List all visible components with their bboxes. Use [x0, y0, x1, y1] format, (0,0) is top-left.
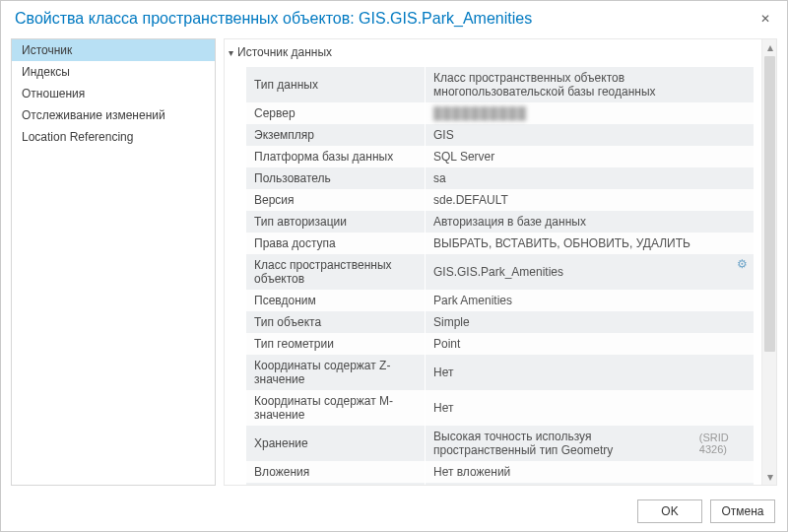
scroll-thumb[interactable]	[764, 56, 775, 352]
property-row: Платформа базы данныхSQL Server	[246, 146, 754, 167]
property-label: Экземпляр	[246, 124, 426, 146]
property-label: Координаты содержат Z-значение	[246, 355, 426, 390]
property-label: Платформа базы данных	[246, 146, 426, 167]
property-value: Нет вложений	[426, 461, 754, 483]
property-value: Нет	[426, 390, 754, 426]
property-row: Тип объектаSimple	[246, 311, 754, 333]
property-row: Управление версиямиНе версионный	[246, 483, 754, 485]
property-label: Класс пространственных объектов	[246, 254, 426, 290]
property-row: Тип данныхКласс пространственных объекто…	[246, 67, 754, 102]
property-label: Тип авторизации	[246, 211, 426, 233]
scroll-up-button[interactable]: ▴	[762, 39, 777, 55]
property-label: Версия	[246, 189, 426, 211]
property-value: Не версионный	[426, 483, 754, 485]
property-value: Класс пространственных объектов многопол…	[426, 67, 754, 102]
property-label: Сервер	[246, 102, 426, 124]
property-value: ██████████	[426, 102, 754, 124]
sidebar-item-1[interactable]: Индексы	[12, 61, 215, 83]
property-value: sa	[426, 167, 754, 189]
property-row: ХранениеВысокая точность используя прост…	[246, 426, 754, 461]
close-icon: ✕	[760, 12, 770, 26]
property-row: Сервер██████████	[246, 102, 754, 124]
property-value: ВЫБРАТЬ, ВСТАВИТЬ, ОБНОВИТЬ, УДАЛИТЬ	[426, 233, 754, 254]
property-grid: Тип данныхКласс пространственных объекто…	[244, 65, 755, 485]
main-content: ▾ Источник данных Тип данныхКласс простр…	[225, 39, 761, 485]
sidebar: ИсточникИндексыОтношенияОтслеживание изм…	[11, 38, 216, 486]
property-row: Координаты содержат Z-значениеНет	[246, 355, 754, 390]
dialog-window: Свойства класса пространственных объекто…	[0, 0, 788, 532]
property-row: Тип геометрииPoint	[246, 333, 754, 355]
property-label: Права доступа	[246, 233, 426, 254]
dialog-title: Свойства класса пространственных объекто…	[15, 10, 532, 28]
titlebar: Свойства класса пространственных объекто…	[1, 1, 787, 38]
property-value: SQL Server	[426, 146, 754, 167]
dialog-body: ИсточникИндексыОтношенияОтслеживание изм…	[1, 38, 787, 492]
property-label: Псевдоним	[246, 290, 426, 311]
property-row: Права доступаВЫБРАТЬ, ВСТАВИТЬ, ОБНОВИТЬ…	[246, 233, 754, 254]
property-label: Хранение	[246, 426, 426, 461]
property-row: ЭкземплярGIS	[246, 124, 754, 146]
section-header[interactable]: ▾ Источник данных	[227, 43, 761, 65]
sidebar-item-3[interactable]: Отслеживание изменений	[12, 104, 215, 126]
cancel-button[interactable]: Отмена	[710, 499, 775, 523]
property-label: Вложения	[246, 461, 426, 483]
property-value: Simple	[426, 311, 754, 333]
property-row: Класс пространственных объектовGIS.GIS.P…	[246, 254, 754, 290]
property-value: Авторизация в базе данных	[426, 211, 754, 233]
property-label: Тип геометрии	[246, 333, 426, 355]
property-value: Point	[426, 333, 754, 355]
arrow-down-icon: ▾	[767, 470, 773, 484]
srid-note: (SRID 4326)	[699, 432, 746, 455]
property-value: Высокая точность используя пространствен…	[426, 426, 754, 461]
property-value: GIS.GIS.Park_Amenities⚙	[426, 254, 754, 290]
close-button[interactable]: ✕	[754, 7, 777, 31]
arrow-up-icon: ▴	[767, 40, 773, 54]
scroll-down-button[interactable]: ▾	[762, 469, 777, 485]
sidebar-item-4[interactable]: Location Referencing	[12, 126, 215, 148]
sidebar-item-2[interactable]: Отношения	[12, 83, 215, 104]
vertical-scrollbar[interactable]: ▴ ▾	[761, 39, 776, 485]
main-panel: ▾ Источник данных Тип данныхКласс простр…	[224, 38, 777, 486]
ok-button[interactable]: OK	[637, 499, 702, 523]
property-value: Нет	[426, 355, 754, 390]
sidebar-item-0[interactable]: Источник	[12, 39, 215, 61]
property-label: Координаты содержат M-значение	[246, 390, 426, 426]
property-value: GIS	[426, 124, 754, 146]
property-label: Тип данных	[246, 67, 426, 102]
property-row: Версияsde.DEFAULT	[246, 189, 754, 211]
property-label: Управление версиями	[246, 483, 426, 485]
chevron-down-icon: ▾	[229, 47, 233, 58]
gear-icon[interactable]: ⚙	[737, 257, 748, 271]
property-value: Park Amenities	[426, 290, 754, 311]
property-row: Тип авторизацииАвторизация в базе данных	[246, 211, 754, 233]
property-row: Координаты содержат M-значениеНет	[246, 390, 754, 426]
property-value: sde.DEFAULT	[426, 189, 754, 211]
property-row: Пользовательsa	[246, 167, 754, 189]
property-label: Пользователь	[246, 167, 426, 189]
section-title: Источник данных	[237, 45, 332, 59]
property-label: Тип объекта	[246, 311, 426, 333]
dialog-footer: OK Отмена	[1, 492, 787, 531]
property-row: ВложенияНет вложений	[246, 461, 754, 483]
property-row: ПсевдонимPark Amenities	[246, 290, 754, 311]
